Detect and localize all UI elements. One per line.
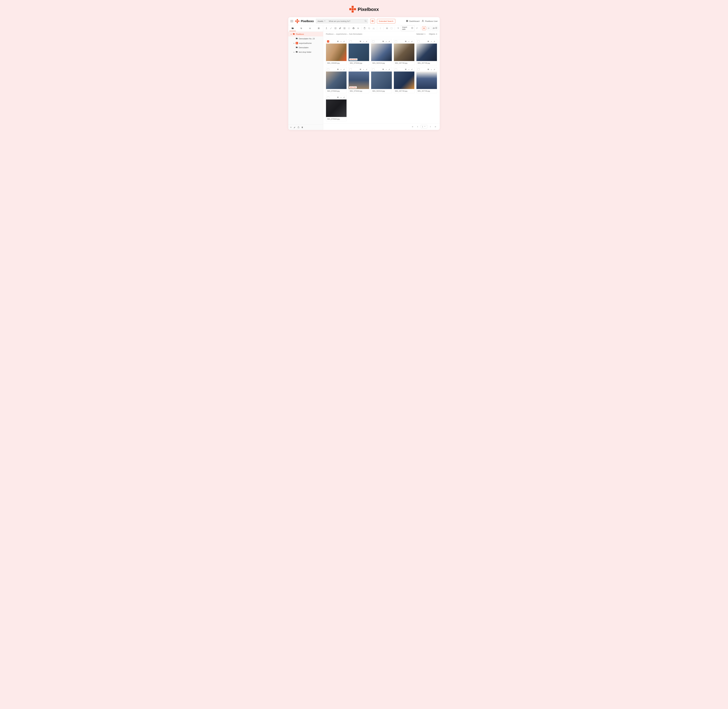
edit-icon[interactable]	[365, 40, 368, 43]
asset-card[interactable]: ARCHIVEDIMG_975944.jpg	[348, 39, 369, 65]
download-icon[interactable]	[385, 68, 387, 71]
heart-icon[interactable]	[427, 40, 430, 43]
dashboard-link[interactable]: Dasbhboard	[406, 20, 419, 23]
edit-icon[interactable]	[365, 68, 368, 71]
lock-folder-button[interactable]	[297, 126, 300, 128]
clipboard-button[interactable]	[363, 26, 367, 30]
delete-folder-button[interactable]	[301, 126, 303, 128]
asset-card[interactable]: IMG_287745.jpg	[394, 67, 415, 93]
checkbox[interactable]	[418, 68, 419, 70]
tab-alerts[interactable]: !	[314, 25, 323, 31]
play-button[interactable]	[343, 26, 347, 30]
more-button[interactable]	[379, 26, 382, 30]
tab-favorites[interactable]	[306, 25, 314, 31]
add-button[interactable]	[334, 26, 337, 30]
thumbnail[interactable]	[416, 71, 437, 89]
heart-icon[interactable]	[382, 40, 384, 43]
image-search-button[interactable]	[370, 19, 375, 23]
cut-button[interactable]	[372, 26, 376, 30]
download-icon[interactable]	[362, 68, 365, 71]
tab-folders[interactable]	[288, 25, 297, 31]
asset-card[interactable]: IMG_975944.jpg	[326, 67, 347, 93]
last-page-button[interactable]	[434, 125, 437, 128]
thumbnail[interactable]	[416, 44, 437, 61]
search-icon[interactable]	[363, 20, 368, 23]
edit-button[interactable]	[329, 26, 333, 30]
attach-button[interactable]	[338, 26, 342, 30]
user-menu[interactable]: Pixelboxx User	[422, 20, 438, 23]
download-icon[interactable]	[430, 40, 433, 43]
download-icon[interactable]	[385, 40, 387, 43]
edit-icon[interactable]	[343, 68, 345, 71]
checkbox[interactable]	[327, 40, 329, 42]
checkbox[interactable]	[349, 40, 352, 42]
thumbnail[interactable]	[394, 71, 414, 89]
menu-button[interactable]	[290, 20, 293, 22]
edit-icon[interactable]	[388, 40, 391, 43]
thumbnail[interactable]: ARCHIVED	[349, 44, 369, 61]
copy-button[interactable]	[367, 26, 371, 30]
asset-card[interactable]: IMG_975944.jpg	[326, 95, 347, 121]
download-icon[interactable]	[408, 40, 410, 43]
assets-dropdown[interactable]: Assets	[316, 20, 328, 22]
checkbox[interactable]	[418, 40, 419, 42]
prev-page-button[interactable]	[416, 125, 419, 128]
download-icon[interactable]	[408, 68, 410, 71]
breadcrumb-item[interactable]: Sub-Demodaten	[349, 33, 363, 35]
asset-card[interactable]: DELETEDIMG_975944.jpg	[348, 67, 369, 93]
grid-view-button[interactable]	[422, 26, 426, 30]
tree-item[interactable]: Demodaten No. 23	[288, 36, 323, 41]
search-input[interactable]	[328, 19, 363, 23]
download-icon[interactable]	[340, 96, 342, 99]
tree-item[interactable]: ▸Eexportsethome	[288, 41, 323, 45]
breadcrumb-item[interactable]: Pixelboxx	[326, 33, 334, 35]
asset-card[interactable]: IMG_501514.jpg	[371, 67, 392, 93]
thumbnail[interactable]	[326, 71, 347, 89]
select-all-button[interactable]	[385, 26, 389, 30]
heart-icon[interactable]	[336, 96, 339, 99]
heart-icon[interactable]	[382, 68, 384, 71]
edit-icon[interactable]	[343, 96, 345, 99]
edit-icon[interactable]	[411, 68, 414, 71]
list-view-button[interactable]	[427, 26, 431, 30]
edit-icon[interactable]	[433, 68, 436, 71]
upload-button[interactable]	[325, 26, 328, 30]
asset-card[interactable]: IMG_335383.jpg	[326, 39, 347, 65]
checkbox[interactable]	[395, 40, 397, 42]
heart-icon[interactable]	[359, 68, 362, 71]
heart-button[interactable]	[356, 26, 360, 30]
edit-icon[interactable]	[343, 40, 345, 43]
asset-card[interactable]: IMG_287745.jpg	[416, 67, 437, 93]
checkbox[interactable]	[349, 68, 352, 70]
print-button[interactable]	[352, 26, 355, 30]
add-folder-button[interactable]	[290, 126, 292, 128]
heart-icon[interactable]	[404, 40, 407, 43]
asset-card[interactable]: IMG_287745.jpg	[416, 39, 437, 65]
page-size-select[interactable]: 20	[432, 26, 438, 30]
tree-item[interactable]: ▸test drop folder	[288, 50, 323, 54]
download-icon[interactable]	[340, 68, 342, 71]
tree-item[interactable]: ▾Pixelboxx	[288, 32, 323, 36]
page-select[interactable]: 1	[421, 125, 427, 128]
tab-tags[interactable]	[297, 25, 306, 31]
heart-icon[interactable]	[359, 40, 362, 43]
checkbox[interactable]	[327, 68, 329, 70]
download-icon[interactable]	[430, 68, 433, 71]
extended-search-button[interactable]: Extended Search	[377, 19, 395, 23]
next-page-button[interactable]	[429, 125, 432, 128]
thumbnail[interactable]	[326, 44, 347, 61]
edit-folder-button[interactable]	[294, 126, 296, 128]
sort-direction-button[interactable]	[415, 26, 419, 30]
download-icon[interactable]	[340, 40, 342, 43]
thumbnail[interactable]	[394, 44, 414, 61]
filter-button[interactable]	[396, 26, 400, 30]
thumbnail[interactable]	[326, 99, 347, 117]
app-logo[interactable]: Pixelboxx	[295, 19, 314, 23]
edit-icon[interactable]	[388, 68, 391, 71]
heart-icon[interactable]	[404, 68, 407, 71]
checkbox[interactable]	[395, 68, 397, 70]
heart-icon[interactable]	[427, 68, 430, 71]
checkbox[interactable]	[372, 68, 374, 70]
asset-card[interactable]: IMG_287745.jpg	[394, 39, 415, 65]
heart-icon[interactable]	[336, 40, 339, 43]
